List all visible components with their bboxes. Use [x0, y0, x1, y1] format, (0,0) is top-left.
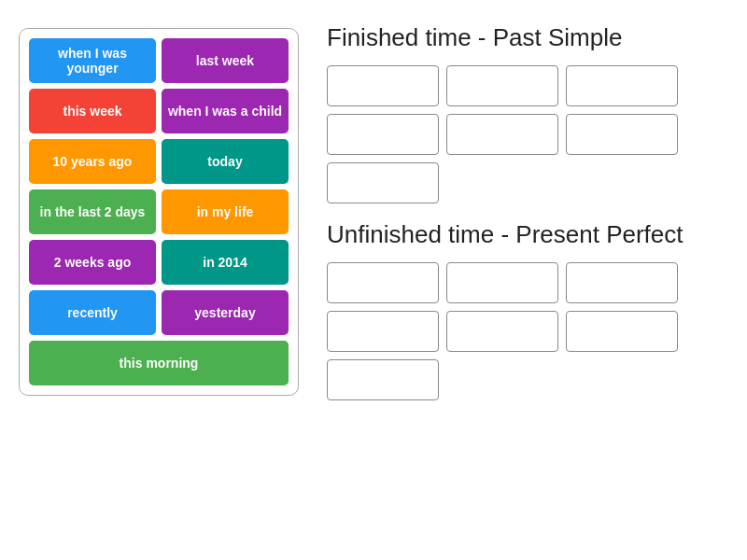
tile-this-morning[interactable]: this morning [29, 341, 289, 385]
present-perfect-row-3 [327, 359, 728, 400]
drop-box[interactable] [327, 311, 439, 352]
tile-2-weeks-ago[interactable]: 2 weeks ago [29, 240, 156, 285]
word-tiles-panel: when I was youngerlast weekthis weekwhen… [19, 28, 299, 396]
tile-in-2014[interactable]: in 2014 [162, 240, 289, 285]
tile-in-my-life[interactable]: in my life [162, 189, 289, 234]
tile-row-7: this morning [29, 341, 289, 385]
drop-box[interactable] [327, 162, 439, 203]
tile-when-i-was-a-child[interactable]: when I was a child [162, 89, 289, 133]
drop-box[interactable] [566, 114, 678, 155]
drop-box[interactable] [566, 262, 678, 303]
tile-row-3: 10 years agotoday [29, 139, 289, 184]
present-perfect-title: Unfinished time - Present Perfect [327, 220, 728, 249]
tile-10-years-ago[interactable]: 10 years ago [29, 139, 156, 184]
past-simple-row-1 [327, 65, 728, 106]
tile-recently[interactable]: recently [29, 290, 156, 335]
drop-box[interactable] [327, 359, 439, 400]
present-perfect-row-1 [327, 262, 728, 303]
tile-row-1: when I was youngerlast week [29, 38, 289, 83]
present-perfect-grid [327, 262, 728, 400]
drop-box[interactable] [446, 311, 558, 352]
drop-box[interactable] [446, 114, 558, 155]
drop-box[interactable] [327, 114, 439, 155]
tile-last-week[interactable]: last week [162, 38, 289, 83]
tile-this-week[interactable]: this week [29, 89, 156, 133]
tile-row-6: recentlyyesterday [29, 290, 289, 335]
drop-box[interactable] [327, 262, 439, 303]
drop-box[interactable] [446, 65, 558, 106]
drop-box[interactable] [566, 65, 678, 106]
tile-row-5: 2 weeks agoin 2014 [29, 240, 289, 285]
past-simple-row-3 [327, 162, 728, 203]
past-simple-title: Finished time - Past Simple [327, 23, 728, 52]
tile-row-4: in the last 2 daysin my life [29, 189, 289, 234]
tile-today[interactable]: today [162, 139, 289, 184]
tile-row-2: this weekwhen I was a child [29, 89, 289, 133]
sorting-panel: Finished time - Past Simple Unfinished t… [327, 19, 728, 400]
tile-yesterday[interactable]: yesterday [162, 290, 289, 335]
drop-box[interactable] [327, 65, 439, 106]
drop-box[interactable] [446, 262, 558, 303]
past-simple-row-2 [327, 114, 728, 155]
tile-in-the-last-2-days[interactable]: in the last 2 days [29, 189, 156, 234]
tile-when-i-was-younger[interactable]: when I was younger [29, 38, 156, 83]
drop-box[interactable] [566, 311, 678, 352]
present-perfect-row-2 [327, 311, 728, 352]
past-simple-grid [327, 65, 728, 203]
